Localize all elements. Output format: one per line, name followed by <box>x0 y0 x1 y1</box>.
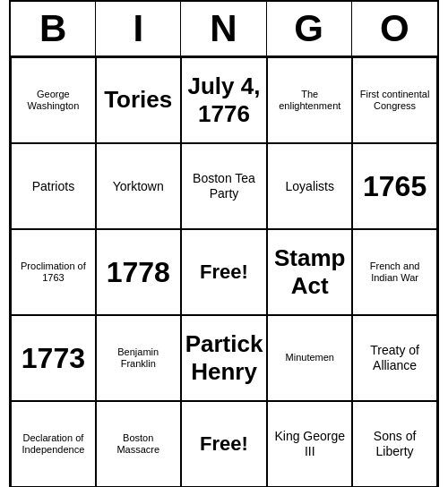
bingo-cell-18: Minutemen <box>267 315 352 401</box>
bingo-cell-21: Boston Massacre <box>96 401 181 487</box>
bingo-cell-10: Proclimation of 1763 <box>11 229 96 315</box>
bingo-cell-23: King George III <box>267 401 352 487</box>
bingo-cell-19: Treaty of Alliance <box>352 315 437 401</box>
bingo-cell-5: Patriots <box>11 143 96 229</box>
bingo-cell-11: 1778 <box>96 229 181 315</box>
bingo-cell-15: 1773 <box>11 315 96 401</box>
bingo-cell-6: Yorktown <box>96 143 181 229</box>
bingo-cell-4: First continental Congress <box>352 57 437 143</box>
header-letter-g: G <box>267 2 352 56</box>
bingo-cell-24: Sons of Liberty <box>352 401 437 487</box>
bingo-cell-20: Declaration of Independence <box>11 401 96 487</box>
header-letter-n: N <box>181 2 266 56</box>
bingo-cell-2: July 4, 1776 <box>181 57 268 143</box>
bingo-cell-22: Free! <box>181 401 268 487</box>
bingo-cell-0: George Washington <box>11 57 96 143</box>
bingo-cell-3: The enlightenment <box>267 57 352 143</box>
bingo-cell-1: Tories <box>96 57 181 143</box>
bingo-grid: George WashingtonToriesJuly 4, 1776The e… <box>11 57 437 487</box>
bingo-cell-16: Benjamin Franklin <box>96 315 181 401</box>
bingo-cell-8: Loyalists <box>267 143 352 229</box>
header-letter-o: O <box>352 2 437 56</box>
bingo-cell-7: Boston Tea Party <box>181 143 268 229</box>
bingo-cell-14: French and Indian War <box>352 229 437 315</box>
bingo-cell-12: Free! <box>181 229 268 315</box>
bingo-cell-17: Partick Henry <box>181 315 268 401</box>
bingo-cell-9: 1765 <box>352 143 437 229</box>
bingo-header: BINGO <box>11 2 437 57</box>
bingo-cell-13: Stamp Act <box>267 229 352 315</box>
bingo-card: BINGO George WashingtonToriesJuly 4, 177… <box>9 0 439 487</box>
header-letter-b: B <box>11 2 96 56</box>
header-letter-i: I <box>96 2 181 56</box>
